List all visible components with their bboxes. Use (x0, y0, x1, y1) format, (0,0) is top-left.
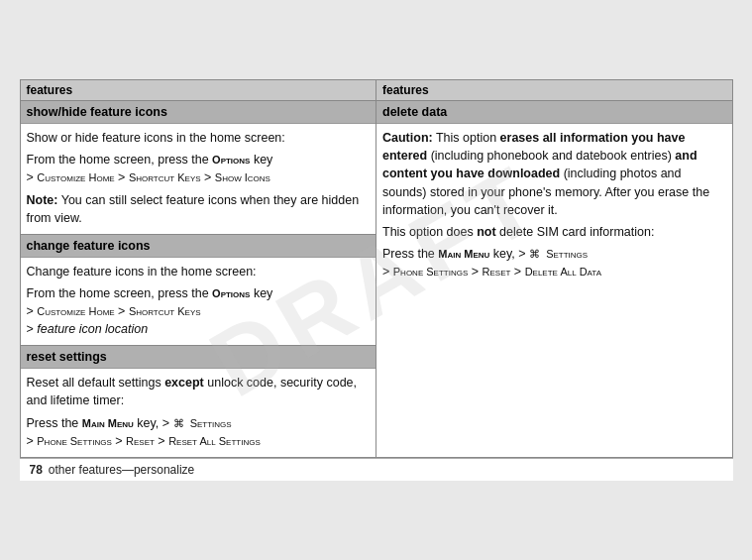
section-change-icons-title: change feature icons (21, 235, 376, 258)
reset-all-settings: Reset All Settings (168, 435, 261, 447)
section-reset: reset settings Reset all default setting… (21, 346, 376, 457)
shortcut-keys-1: Shortcut Keys (129, 171, 201, 183)
reset-2: Reset (483, 266, 511, 278)
right-column: features delete data Caution: This optio… (376, 80, 732, 457)
customize-home: Customize Home (37, 171, 114, 183)
main-table: features show/hide feature icons Show or… (20, 79, 733, 458)
not-bold: not (477, 225, 495, 239)
para-reset-2: Press the Main Menu key, > ⌘ Settings > … (27, 414, 371, 450)
phone-settings-2: Phone Settings (393, 266, 469, 278)
phone-settings-1: Phone Settings (37, 435, 112, 447)
para-delete-1: Caution: This option erases all informat… (382, 129, 726, 219)
main-menu-key-2: Main Menu (438, 248, 489, 260)
customize-home-2: Customize Home (37, 305, 114, 317)
footer-bar: 78 other features—personalize (20, 458, 733, 481)
para-1: Show or hide feature icons in the home s… (27, 129, 371, 147)
reset-1: Reset (126, 435, 155, 447)
delete-all-data: Delete All Data (525, 266, 601, 278)
section-reset-body: Reset all default settings except unlock… (21, 369, 376, 457)
para-delete-3: Press the Main Menu key, > ⌘ Settings > … (382, 245, 726, 280)
show-icons: Show Icons (215, 171, 270, 183)
para-note: Note: You can still select feature icons… (27, 191, 371, 227)
section-delete-data-body: Caution: This option erases all informat… (376, 124, 732, 287)
section-delete-data-title: delete data (376, 101, 732, 124)
page: DRAFT features show/hide feature icons S… (20, 79, 733, 481)
settings-1: ⌘ Settings (173, 417, 232, 429)
left-column: features show/hide feature icons Show or… (21, 80, 377, 457)
section-change-icons: change feature icons Change feature icon… (21, 235, 376, 347)
page-number: 78 (30, 463, 43, 477)
options-key: Options (212, 154, 250, 166)
shortcut-keys-2: Shortcut Keys (129, 305, 201, 317)
para-2: From the home screen, press the Options … (27, 151, 371, 186)
left-col-header: features (21, 80, 376, 101)
section-change-icons-body: Change feature icons in the home screen:… (21, 258, 376, 346)
section-reset-title: reset settings (21, 346, 376, 369)
caution-label: Caution: (382, 131, 433, 145)
note-label: Note: (27, 193, 58, 207)
section-delete-data: delete data Caution: This option erases … (376, 101, 732, 287)
para-delete-2: This option does not delete SIM card inf… (382, 223, 726, 241)
settings-2: ⌘ Settings (529, 248, 588, 260)
section-show-hide-title: show/hide feature icons (21, 101, 376, 124)
content-bold: and content you have downloaded (382, 149, 698, 180)
except-label: except (164, 376, 204, 390)
main-menu-key-1: Main Menu (82, 417, 134, 429)
para-change-2: From the home screen, press the Options … (27, 284, 371, 338)
para-change-1: Change feature icons in the home screen: (27, 263, 371, 280)
footer-text: other features—personalize (49, 463, 194, 477)
section-show-hide: show/hide feature icons Show or hide fea… (21, 101, 376, 235)
right-col-header: features (376, 80, 732, 101)
feature-icon-location: feature icon location (37, 322, 148, 336)
section-show-hide-body: Show or hide feature icons in the home s… (21, 124, 376, 234)
para-reset-1: Reset all default settings except unlock… (27, 374, 371, 409)
options-key-2: Options (212, 287, 250, 299)
